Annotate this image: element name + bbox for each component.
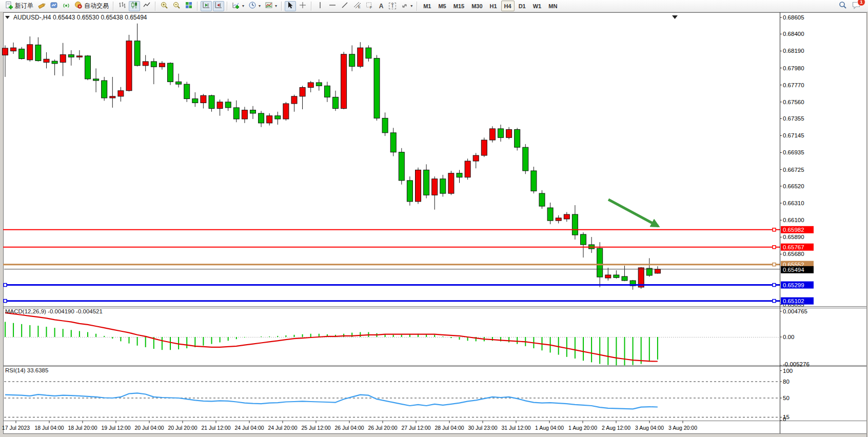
- price-tick-label: 0.68190: [783, 48, 804, 54]
- grid-tool-button[interactable]: F: [364, 1, 375, 11]
- arrows-icon: [400, 1, 408, 11]
- bear-candle: [390, 133, 396, 152]
- line-handle[interactable]: [773, 284, 776, 287]
- bear-candle: [324, 86, 330, 97]
- auto-trading-button[interactable]: 自动交易: [73, 1, 110, 11]
- tile-windows-icon: [185, 1, 193, 11]
- macd-axis-label: -0.005276: [783, 361, 810, 367]
- bull-candle: [291, 96, 297, 104]
- arrows-dropdown-caret[interactable]: ▾: [410, 4, 412, 8]
- bear-candle: [225, 102, 231, 108]
- line-price-label: 0.65767: [783, 244, 804, 250]
- time-tick-label: 3 Aug 04:00: [635, 425, 664, 431]
- chat-button[interactable]: 1: [850, 1, 862, 11]
- rsi-indicator-label: RSI(14) 33.6385: [5, 367, 48, 373]
- cursor-tool-button[interactable]: [285, 1, 296, 11]
- time-tick-label: 18 Jul 04:00: [34, 425, 64, 431]
- time-tick-label: 25 Jul 12:00: [301, 425, 330, 431]
- styler-button[interactable]: [36, 1, 47, 11]
- crosshair-icon: [299, 1, 307, 11]
- toolbar-separator: [197, 2, 198, 11]
- auto-trading-label: 自动交易: [84, 2, 109, 10]
- bull-candle: [481, 140, 487, 155]
- fibonacci-tool-button[interactable]: E: [351, 1, 363, 11]
- bull-candle: [201, 95, 206, 103]
- vertical-line-tool-button[interactable]: [314, 1, 326, 11]
- signals-button[interactable]: [61, 1, 72, 11]
- new-order-icon: [5, 1, 13, 11]
- crosshair-tool-button[interactable]: [297, 1, 308, 11]
- bull-candle: [416, 170, 421, 202]
- bear-candle: [349, 54, 355, 67]
- bull-candle: [11, 48, 16, 51]
- bear-candle: [531, 171, 537, 191]
- time-tick-label: 24 Jul 04:00: [234, 425, 264, 431]
- depth-of-market-button[interactable]: [48, 1, 60, 11]
- price-tick-label: 0.65680: [783, 251, 804, 257]
- timeframe-bar: M1M5M15M30H1H4D1W1MN: [420, 1, 561, 11]
- horizontal-line-tool-button[interactable]: [327, 1, 338, 11]
- toolbar-separator: [155, 2, 156, 11]
- candlestick-icon: [130, 1, 139, 11]
- rsi-axis-label: 80: [783, 379, 790, 385]
- macd-indicator-label: MACD(12,26,9) -0.004190 -0.004521: [5, 308, 103, 314]
- periods-button[interactable]: ▾: [247, 1, 262, 11]
- line-handle[interactable]: [773, 228, 776, 231]
- price-tick-label: 0.67145: [783, 132, 804, 138]
- arrows-tool-button[interactable]: ▾: [399, 1, 414, 11]
- periods-dropdown-caret[interactable]: ▾: [259, 4, 261, 8]
- chart-shift-button[interactable]: [213, 1, 224, 11]
- timeframe-button-m5[interactable]: M5: [435, 1, 449, 11]
- new-order-button[interactable]: 新订单: [4, 1, 35, 11]
- toolbar-separator: [113, 2, 114, 11]
- label-tool-button[interactable]: T: [387, 1, 398, 11]
- bear-candle: [93, 79, 99, 81]
- timeframe-button-m30[interactable]: M30: [468, 1, 485, 11]
- text-tool-button[interactable]: A: [376, 1, 386, 11]
- templates-dropdown-caret[interactable]: ▾: [275, 4, 277, 8]
- line-handle[interactable]: [4, 300, 7, 303]
- timeframe-button-m15[interactable]: M15: [450, 1, 467, 11]
- bar-chart-mode-button[interactable]: [116, 1, 128, 11]
- bull-candle: [110, 96, 115, 98]
- bear-candle: [457, 173, 462, 177]
- timeframe-button-h1[interactable]: H1: [487, 1, 500, 11]
- line-handle[interactable]: [773, 246, 776, 249]
- line-chart-mode-button[interactable]: [141, 1, 152, 11]
- search-button[interactable]: [837, 1, 849, 11]
- timeframe-button-mn[interactable]: MN: [545, 1, 560, 11]
- horizontal-line-icon: [328, 1, 337, 11]
- time-tick-label: 19 Jul 12:00: [101, 425, 130, 431]
- time-tick-label: 30 Jul 23:00: [468, 425, 497, 431]
- bull-candle: [283, 104, 289, 119]
- zoom-in-button[interactable]: [159, 1, 170, 11]
- chart-ohlc-values: 0.65443 0.65530 0.65438 0.65494: [53, 14, 147, 21]
- tile-windows-button[interactable]: [183, 1, 194, 11]
- timeframe-button-h4[interactable]: H4: [501, 1, 515, 11]
- auto-scroll-button[interactable]: [201, 1, 212, 11]
- line-handle[interactable]: [4, 284, 7, 287]
- candlestick-mode-button[interactable]: [129, 1, 140, 11]
- indicators-button[interactable]: ▾: [230, 1, 246, 11]
- timeframe-button-d1[interactable]: D1: [516, 1, 529, 11]
- time-tick-label: 21 Jul 12:00: [201, 425, 230, 431]
- bar-chart-icon: [118, 1, 126, 11]
- price-tick-label: 0.67355: [783, 115, 804, 122]
- bear-candle: [597, 248, 603, 277]
- trendline-tool-button[interactable]: [339, 1, 350, 11]
- bear-candle: [259, 113, 264, 123]
- line-handle[interactable]: [773, 263, 776, 266]
- bull-candle: [308, 83, 313, 87]
- zoom-out-button[interactable]: [171, 1, 182, 11]
- templates-button[interactable]: ▾: [263, 1, 279, 11]
- search-icon: [838, 1, 847, 11]
- line-handle[interactable]: [773, 300, 776, 303]
- price-tick-label: 0.66100: [783, 217, 804, 223]
- notification-badge[interactable]: 1: [857, 0, 865, 6]
- bull-candle: [118, 91, 124, 96]
- indicators-dropdown-caret[interactable]: ▾: [242, 4, 244, 8]
- timeframe-button-m1[interactable]: M1: [420, 1, 434, 11]
- timeframe-button-w1[interactable]: W1: [530, 1, 545, 11]
- grid-tool-icon: F: [365, 1, 373, 11]
- bull-candle: [448, 173, 454, 193]
